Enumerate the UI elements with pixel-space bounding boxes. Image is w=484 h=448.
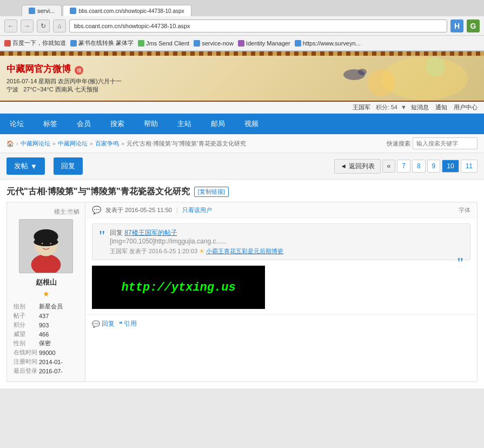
quick-search-input[interactable] bbox=[413, 137, 478, 149]
quote-open-mark: " bbox=[99, 228, 105, 243]
page-8-button[interactable]: 8 bbox=[412, 160, 426, 173]
user-reg-row: 注册时间 2014-01- bbox=[14, 358, 78, 366]
bookmark-3[interactable]: Jms Send Client bbox=[138, 40, 189, 47]
browser-tab-2[interactable]: bbs.coant.com.cn/showtopic-44738-10.aspx bbox=[63, 5, 191, 16]
page-7-button[interactable]: 7 bbox=[397, 160, 410, 173]
browser-tabs-bar: servi... bbs.coant.com.cn/showtopic-4473… bbox=[0, 0, 484, 16]
bookmark-icon-6 bbox=[295, 40, 301, 47]
reply-button[interactable]: 回复 bbox=[54, 157, 83, 175]
header-weather: 宁波 27°C~34°C 西南风 七天预报 bbox=[6, 85, 122, 94]
page-10-button[interactable]: 10 bbox=[442, 160, 459, 173]
forward-button[interactable]: → bbox=[21, 19, 34, 32]
user-greeting: 王国军 积分: 54 ▼ bbox=[353, 103, 407, 111]
breadcrumb-zhangwang2[interactable]: 中藏网论坛 bbox=[58, 140, 88, 148]
quote-footer-button[interactable]: ❝ 引用 bbox=[119, 319, 137, 328]
nav-mail[interactable]: 邮局 bbox=[201, 114, 235, 134]
home-breadcrumb[interactable]: 🏠 bbox=[6, 140, 14, 147]
nav-help[interactable]: 帮助 bbox=[134, 114, 168, 134]
bookmark-5[interactable]: Identity Manager bbox=[238, 40, 290, 47]
post-footer: 💬 回复 ❝ 引用 bbox=[85, 314, 477, 333]
black-banner: http://ytxing.us bbox=[92, 266, 265, 309]
weibo-icon: 微 bbox=[75, 66, 83, 75]
nav-main-site[interactable]: 主站 bbox=[168, 114, 201, 134]
copy-link-button[interactable]: [复制链接] bbox=[194, 187, 229, 197]
user-lastlogin-row: 最后登录 2016-07- bbox=[14, 367, 78, 375]
main-nav: 论坛 标签 会员 搜索 帮助 主站 邮局 视频 bbox=[0, 114, 484, 134]
bookmarks-bar: 百度一下，你就知道 篆书在线转换 篆体字 Jms Send Client ser… bbox=[0, 36, 484, 51]
svg-point-14 bbox=[50, 243, 51, 244]
browser-tab-1[interactable]: servi... bbox=[22, 5, 62, 16]
user-center-link[interactable]: 用户中心 bbox=[454, 103, 478, 111]
breadcrumb-zhangwang[interactable]: 中藏网论坛 bbox=[21, 140, 50, 148]
user-bar: 王国军 积分: 54 ▼ 短消息 通知 用户中心 bbox=[0, 102, 484, 114]
breadcrumb-sep-1: › bbox=[16, 140, 18, 147]
decorative-border bbox=[0, 51, 484, 56]
nav-video[interactable]: 视频 bbox=[235, 114, 268, 134]
reply-footer-button[interactable]: 💬 回复 bbox=[92, 319, 115, 328]
tab-favicon-2 bbox=[70, 8, 76, 14]
reply-article-link[interactable]: 小霸王青花五彩是元后期博瓷 bbox=[206, 248, 283, 254]
bookmark-4[interactable]: service-now bbox=[194, 40, 234, 47]
tab-label-2: bbs.coant.com.cn/showtopic-44738-10.aspx bbox=[78, 8, 184, 14]
short-message-link[interactable]: 短消息 bbox=[411, 103, 429, 111]
user-floor-label: 楼主:竺鳞 bbox=[12, 208, 79, 216]
post-date: 发表于 2016-05-25 11:50 bbox=[105, 206, 172, 214]
user-bar-links: 短消息 通知 用户中心 bbox=[411, 103, 478, 111]
user-group-row: 组别 新星会员 bbox=[14, 302, 78, 311]
user-sidebar: 楼主:竺鳞 bbox=[7, 202, 85, 381]
user-online-row: 在线时间 99000 bbox=[14, 348, 78, 357]
breadcrumb-sep-4: » bbox=[121, 140, 124, 147]
first-page-button[interactable]: « bbox=[382, 160, 396, 173]
browser-extension-button[interactable]: G bbox=[467, 19, 480, 32]
breadcrumb-sep-2: » bbox=[52, 140, 56, 147]
tab-label-1: servi... bbox=[37, 8, 55, 14]
only-user-button[interactable]: 只看该用户 bbox=[182, 206, 212, 214]
nav-forum[interactable]: 论坛 bbox=[0, 114, 34, 134]
img-placeholder: [img=700,1050]http://imggujia.cang.c....… bbox=[110, 238, 227, 245]
user-gender-row: 性别 保密 bbox=[14, 339, 78, 347]
quote-link[interactable]: 87楼王国军的帖子 bbox=[124, 229, 177, 236]
nav-tags[interactable]: 标签 bbox=[34, 114, 67, 134]
header-decoration bbox=[273, 56, 479, 102]
svg-point-11 bbox=[40, 242, 43, 246]
site-header: 中藏网官方微博 微 2016-07-14 星期四 农历丙申年(猴)六月十一 宁波… bbox=[0, 56, 484, 102]
home-button[interactable]: ⌂ bbox=[53, 19, 66, 32]
page-11-button[interactable]: 11 bbox=[461, 160, 478, 173]
breadcrumb-sep-3: » bbox=[90, 140, 93, 147]
nav-search[interactable]: 搜索 bbox=[101, 114, 134, 134]
quote-content: 回复 87楼王国军的帖子 [img=700,1050]http://imgguj… bbox=[110, 228, 453, 255]
breadcrumb-current: 元代'古相·博陵第'与'博陵第'青花瓷器文化研究 bbox=[127, 140, 246, 148]
nav-members[interactable]: 会员 bbox=[67, 114, 101, 134]
refresh-button[interactable]: ↻ bbox=[37, 19, 50, 32]
back-list-button[interactable]: ◄ 返回列表 bbox=[334, 159, 380, 174]
post-button[interactable]: 发帖 ▼ bbox=[6, 157, 45, 175]
svg-point-1 bbox=[368, 69, 395, 96]
browser-menu-button[interactable]: H bbox=[450, 19, 463, 32]
quick-search-label: 快速搜索 bbox=[387, 140, 410, 148]
bookmark-1[interactable]: 百度一下，你就知道 bbox=[4, 39, 66, 47]
user-score-row: 积分 903 bbox=[14, 321, 78, 329]
quote-icon: ❝ bbox=[119, 320, 122, 328]
bookmark-2[interactable]: 篆书在线转换 篆体字 bbox=[70, 39, 134, 47]
user-star: ★ bbox=[43, 289, 50, 298]
bookmark-6[interactable]: https://www.surveyn... bbox=[295, 40, 361, 47]
avatar-svg bbox=[19, 219, 72, 273]
back-button[interactable]: ← bbox=[4, 19, 17, 32]
site-logo-area: 中藏网官方微博 微 2016-07-14 星期四 农历丙申年(猴)六月十一 宁波… bbox=[6, 63, 122, 94]
svg-point-10 bbox=[34, 238, 58, 246]
breadcrumb-baijia[interactable]: 百家争鸣 bbox=[95, 140, 119, 148]
bookmark-icon-3 bbox=[138, 40, 144, 47]
header-date: 2016-07-14 星期四 农历丙申年(猴)六月十一 bbox=[6, 77, 122, 85]
separator: | bbox=[176, 207, 178, 213]
post-title: 元代"古相·博陵第"与"博陵第"青花瓷器文化研究 bbox=[6, 186, 190, 197]
notification-link[interactable]: 通知 bbox=[435, 103, 447, 111]
address-bar[interactable] bbox=[69, 19, 447, 32]
font-size-label: 字体 bbox=[459, 206, 470, 214]
user-avatar bbox=[19, 219, 73, 273]
svg-point-13 bbox=[42, 243, 43, 244]
page-content: 中藏网官方微博 微 2016-07-14 星期四 农历丙申年(猴)六月十一 宁波… bbox=[0, 51, 484, 388]
post-meta: 💬 发表于 2016-05-25 11:50 | 只看该用户 字体 bbox=[85, 202, 477, 218]
pagination: ◄ 返回列表 « 7 8 9 10 11 bbox=[334, 159, 478, 174]
svg-point-0 bbox=[381, 57, 468, 100]
page-9-button[interactable]: 9 bbox=[427, 160, 441, 173]
